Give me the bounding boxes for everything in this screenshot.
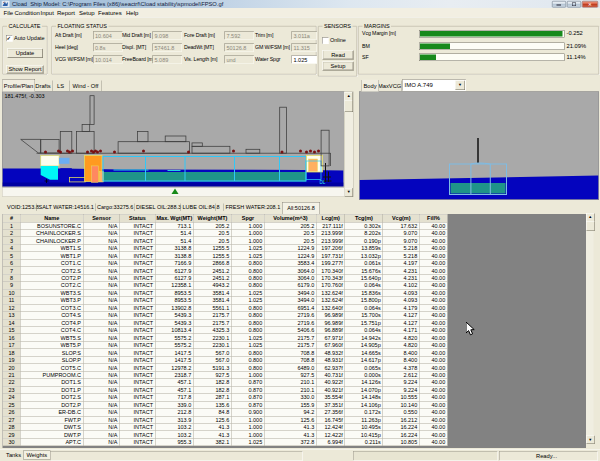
svg-text:DL: DL	[320, 180, 326, 185]
svg-text:181.475f, -0.303: 181.475f, -0.303	[5, 93, 45, 99]
